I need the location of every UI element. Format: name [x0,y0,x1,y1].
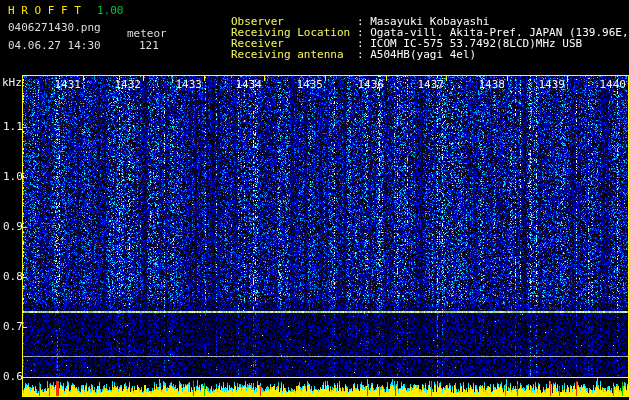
time-tick-label: 1437 [414,79,444,90]
info-row-observer: Observer: Masayuki Kobayashi [178,5,629,16]
time-tick-label: 1433 [172,79,202,90]
time-tick-label: 1439 [535,79,565,90]
output-filename: 0406271430.png [8,22,101,33]
khz-tick-label: 0.7 [3,321,23,332]
observation-datetime: 04.06.27 14:30 [8,40,101,51]
khz-tick-label: 0.8 [3,271,23,282]
time-tick-label: 1436 [354,79,384,90]
khz-tick-label: 0.6 [3,371,23,382]
khz-tick-label: 1.0 [3,171,23,182]
time-tick-label: 1432 [111,79,141,90]
time-tick-label: 1434 [232,79,262,90]
time-tick-label: 1431 [51,79,81,90]
station-info: Observer: Masayuki Kobayashi Receiving L… [178,5,629,49]
mode-label: meteor [127,28,167,39]
echo-count: 121 [139,40,159,51]
khz-tick-label: 1.1 [3,121,23,132]
time-tick-label: 1438 [475,79,505,90]
khz-unit-label: kHz [2,77,22,88]
app-version: 1.00 [97,5,124,16]
info-label: Receiving antenna [231,49,357,60]
hrofft-screen: H R O F F T 1.00 0406271430.png meteor 0… [0,0,629,400]
time-tick-label: 1440 [596,79,626,90]
time-tick-label: 1435 [293,79,323,90]
app-title: H R O F F T [8,5,81,16]
info-value: : A504HB(yagi 4el) [357,48,476,61]
khz-tick-label: 0.9 [3,221,23,232]
